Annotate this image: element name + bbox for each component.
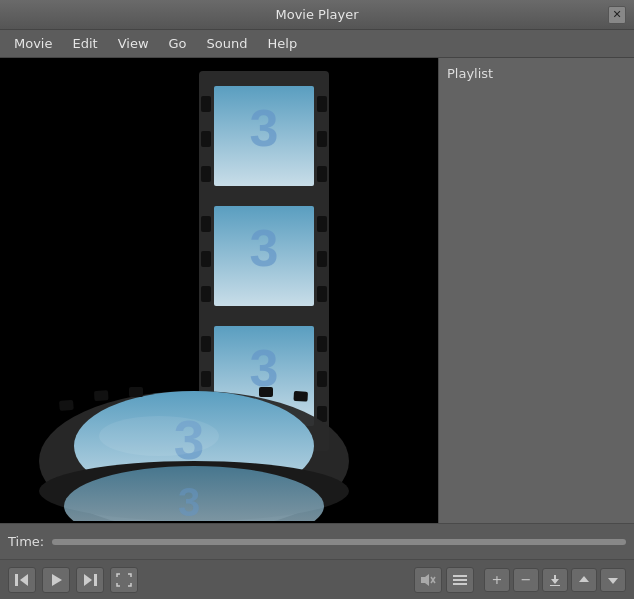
svg-rect-46 (453, 579, 467, 581)
svg-marker-39 (52, 574, 62, 586)
svg-rect-14 (201, 371, 211, 387)
title-bar: Movie Player ✕ (0, 0, 634, 30)
close-button[interactable]: ✕ (608, 6, 626, 24)
svg-marker-51 (608, 578, 618, 584)
playlist-panel: Playlist (438, 58, 634, 523)
svg-marker-37 (20, 574, 28, 586)
svg-marker-42 (421, 574, 429, 586)
svg-rect-28 (59, 399, 74, 410)
playlist-download-button[interactable] (542, 568, 568, 592)
menu-edit[interactable]: Edit (62, 32, 107, 55)
svg-rect-23 (317, 371, 327, 387)
svg-rect-20 (317, 251, 327, 267)
menu-bar: Movie Edit View Go Sound Help (0, 30, 634, 58)
svg-rect-16 (317, 96, 327, 112)
next-button[interactable] (76, 567, 104, 593)
playlist-remove-button[interactable]: − (513, 568, 539, 592)
prev-button[interactable] (8, 567, 36, 593)
menu-button[interactable] (446, 567, 474, 593)
menu-view[interactable]: View (108, 32, 159, 55)
window-title: Movie Player (26, 7, 608, 22)
svg-text:3: 3 (178, 480, 200, 521)
svg-rect-41 (94, 574, 97, 586)
progress-bar[interactable] (52, 539, 626, 545)
video-area: 3 3 3 (0, 58, 438, 523)
main-content: 3 3 3 (0, 58, 634, 523)
menu-help[interactable]: Help (258, 32, 308, 55)
svg-rect-32 (293, 391, 308, 402)
play-button[interactable] (42, 567, 70, 593)
svg-marker-40 (84, 574, 92, 586)
svg-rect-12 (201, 286, 211, 302)
playlist-controls: + − (484, 568, 626, 592)
svg-marker-50 (579, 576, 589, 582)
svg-rect-31 (259, 387, 273, 397)
svg-rect-13 (201, 336, 211, 352)
svg-rect-10 (201, 216, 211, 232)
playlist-up-button[interactable] (571, 568, 597, 592)
svg-rect-30 (129, 387, 143, 397)
svg-rect-8 (201, 131, 211, 147)
menu-go[interactable]: Go (159, 32, 197, 55)
svg-rect-29 (94, 390, 109, 401)
time-bar: Time: (0, 523, 634, 559)
svg-rect-17 (317, 131, 327, 147)
svg-rect-19 (317, 216, 327, 232)
svg-rect-49 (550, 585, 560, 586)
controls-right (414, 567, 474, 593)
svg-rect-9 (201, 166, 211, 182)
playlist-down-button[interactable] (600, 568, 626, 592)
svg-rect-22 (317, 336, 327, 352)
film-reel: 3 3 3 (0, 58, 438, 523)
volume-button[interactable] (414, 567, 442, 593)
svg-point-36 (99, 416, 219, 456)
svg-rect-47 (453, 583, 467, 585)
svg-rect-18 (317, 166, 327, 182)
svg-rect-7 (201, 96, 211, 112)
svg-marker-48 (551, 575, 559, 584)
playlist-add-button[interactable]: + (484, 568, 510, 592)
fullscreen-button[interactable] (110, 567, 138, 593)
svg-rect-11 (201, 251, 211, 267)
svg-text:3: 3 (250, 219, 279, 277)
menu-sound[interactable]: Sound (197, 32, 258, 55)
playlist-title: Playlist (447, 66, 626, 81)
menu-movie[interactable]: Movie (4, 32, 62, 55)
svg-rect-21 (317, 286, 327, 302)
time-label: Time: (8, 534, 44, 549)
svg-rect-45 (453, 575, 467, 577)
svg-text:3: 3 (250, 99, 279, 157)
controls-area: + − (0, 559, 634, 599)
svg-rect-38 (15, 574, 18, 586)
